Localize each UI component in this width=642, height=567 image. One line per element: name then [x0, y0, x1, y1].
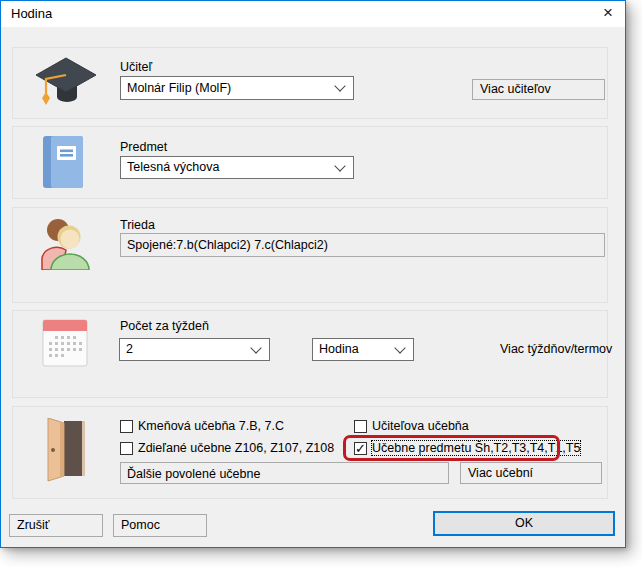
help-button[interactable]: Pomoc [113, 514, 207, 537]
ok-button[interactable]: OK [433, 511, 615, 536]
screen: Hodina × Učiteľ Molnár Filip (MolF) Viac… [0, 0, 642, 567]
count-dropdown[interactable]: 2 [119, 338, 270, 361]
teacher-dropdown-value: Molnár Filip (MolF) [127, 77, 331, 99]
cancel-button[interactable]: Zrušiť [9, 514, 103, 537]
more-weeks-terms-link[interactable]: Viac týždňov/termov [500, 342, 612, 356]
class-label: Trieda [120, 218, 155, 232]
section-teacher: Učiteľ Molnár Filip (MolF) Viac učiteľov [12, 47, 608, 119]
unit-dropdown[interactable]: Hodina [312, 338, 414, 361]
class-field-value: Spojené:7.b(Chlapci2) 7.c(Chlapci2) [127, 234, 600, 256]
calendar-icon [42, 319, 88, 367]
subject-dropdown[interactable]: Telesná výchova [120, 156, 354, 179]
chevron-down-icon [334, 160, 345, 171]
door-icon [44, 418, 88, 482]
teacher-label: Učiteľ [120, 60, 152, 74]
checkbox-box[interactable]: ✓ [354, 442, 367, 455]
section-class: Trieda Spojené:7.b(Chlapci2) 7.c(Chlapci… [12, 207, 608, 303]
checkbox-box[interactable] [120, 420, 133, 433]
more-teachers-button[interactable]: Viac učiteľov [472, 79, 605, 100]
checkbox-ucebne-predmetu[interactable]: ✓ Učebne predmetu Šh,T2,T3,T4,T1,T5 [354, 441, 580, 455]
titlebar[interactable]: Hodina × [1, 1, 625, 27]
unit-dropdown-value: Hodina [319, 339, 391, 360]
section-rooms: Kmeňová učebňa 7.B, 7.C Zdieľané učebne … [12, 406, 608, 499]
class-field[interactable]: Spojené:7.b(Chlapci2) 7.c(Chlapci2) [120, 233, 605, 257]
close-icon[interactable]: × [591, 1, 625, 27]
checkbox-zdielane-ucebne[interactable]: Zdieľané učebne Z106, Z107, Z108 [120, 441, 334, 455]
section-count: Počet za týždeň 2 Hodina Viac týždňov/te… [12, 310, 608, 398]
window-title: Hodina [11, 1, 52, 27]
chevron-down-icon [250, 342, 261, 353]
hodina-dialog: Hodina × Učiteľ Molnár Filip (MolF) Viac… [0, 0, 626, 548]
chevron-down-icon [394, 342, 405, 353]
checkbox-ucitelova-ucebna[interactable]: Učiteľova učebňa [354, 419, 469, 433]
more-rooms-button[interactable]: Viac učební [460, 462, 602, 484]
section-subject: Predmet Telesná výchova [12, 126, 608, 199]
count-dropdown-value: 2 [126, 339, 247, 360]
count-label: Počet za týždeň [120, 319, 209, 333]
checkbox-kmenova-ucebna[interactable]: Kmeňová učebňa 7.B, 7.C [120, 419, 284, 433]
book-icon [42, 135, 84, 189]
checkbox-box[interactable] [120, 442, 133, 455]
checkbox-box[interactable] [354, 420, 367, 433]
subject-dropdown-value: Telesná výchova [127, 157, 331, 178]
graduation-cap-icon [33, 55, 99, 113]
chevron-down-icon [334, 80, 345, 91]
students-icon [39, 216, 91, 270]
other-rooms-field[interactable]: Ďalšie povolené učebne [120, 462, 449, 484]
subject-label: Predmet [120, 140, 167, 154]
teacher-dropdown[interactable]: Molnár Filip (MolF) [120, 76, 354, 100]
